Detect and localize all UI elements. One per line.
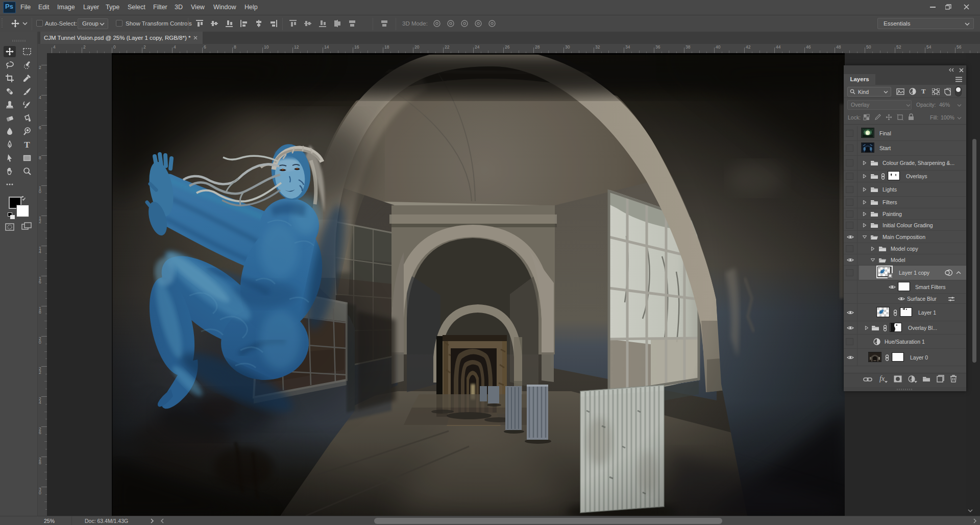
svg-text:T: T xyxy=(24,140,30,149)
